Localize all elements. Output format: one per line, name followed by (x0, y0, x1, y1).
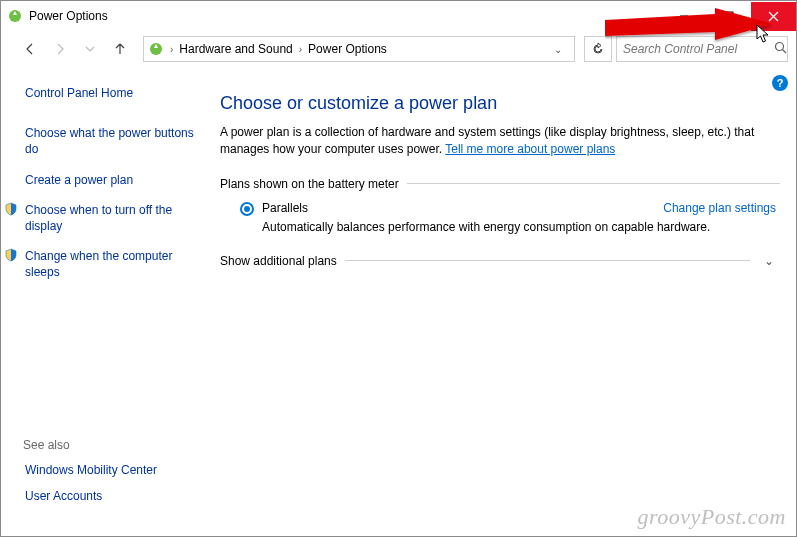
svg-rect-2 (725, 12, 733, 20)
search-input[interactable] (623, 42, 774, 56)
page-description: A power plan is a collection of hardware… (220, 124, 780, 159)
control-panel-window: Power Options (0, 0, 797, 537)
chevron-down-icon[interactable]: ⌄ (546, 44, 570, 55)
section-header-plans: Plans shown on the battery meter (220, 177, 780, 191)
sidebar-link-create-plan[interactable]: Create a power plan (23, 172, 200, 188)
sidebar-link-home[interactable]: Control Panel Home (23, 85, 200, 101)
power-plan-row: Parallels Change plan settings (220, 201, 780, 216)
maximize-button[interactable] (706, 2, 751, 31)
see-also-link-user-accounts[interactable]: User Accounts (23, 488, 200, 504)
shield-icon (3, 202, 19, 234)
watermark: groovyPost.com (637, 504, 786, 530)
sidebar-link-power-buttons[interactable]: Choose what the power buttons do (23, 125, 200, 157)
change-plan-settings-link[interactable]: Change plan settings (663, 201, 776, 215)
navigation-bar: › Hardware and Sound › Power Options ⌄ (1, 31, 796, 67)
up-button[interactable] (107, 36, 133, 62)
plan-description: Automatically balances performance with … (220, 220, 760, 234)
help-icon[interactable]: ? (772, 75, 788, 91)
chevron-right-icon[interactable]: › (297, 44, 304, 55)
sidebar-link-turn-off-display[interactable]: Choose when to turn off the display (23, 202, 200, 234)
close-button[interactable] (751, 2, 796, 31)
shield-icon (3, 248, 19, 280)
learn-more-link[interactable]: Tell me more about power plans (445, 142, 615, 156)
refresh-button[interactable] (584, 36, 612, 62)
back-button[interactable] (17, 36, 43, 62)
see-also-link-mobility[interactable]: Windows Mobility Center (23, 462, 200, 478)
sidebar-link-label: Choose when to turn off the display (25, 202, 200, 234)
see-also: See also Windows Mobility Center User Ac… (23, 438, 200, 526)
chevron-down-icon: ⌄ (758, 254, 780, 268)
chevron-right-icon[interactable]: › (168, 44, 175, 55)
sidebar: Control Panel Home Choose what the power… (1, 67, 208, 536)
search-box[interactable] (616, 36, 788, 62)
window-controls (661, 2, 796, 31)
sidebar-link-label: Control Panel Home (25, 85, 133, 101)
see-also-link-label: User Accounts (25, 488, 102, 504)
see-also-link-label: Windows Mobility Center (25, 462, 157, 478)
svg-line-7 (783, 50, 787, 54)
plan-radio[interactable] (240, 202, 254, 216)
svg-point-6 (776, 43, 784, 51)
sidebar-link-label: Create a power plan (25, 172, 133, 188)
app-icon (7, 8, 23, 24)
breadcrumb-item[interactable]: Hardware and Sound (175, 42, 296, 56)
breadcrumb-item[interactable]: Power Options (304, 42, 391, 56)
show-additional-plans[interactable]: Show additional plans ⌄ (220, 254, 780, 268)
page-title: Choose or customize a power plan (220, 93, 780, 114)
breadcrumb-icon (148, 41, 164, 57)
titlebar: Power Options (1, 1, 796, 31)
divider (407, 183, 780, 184)
minimize-button[interactable] (661, 2, 706, 31)
forward-button[interactable] (47, 36, 73, 62)
expand-label: Show additional plans (220, 254, 337, 268)
main-panel: ? Choose or customize a power plan A pow… (208, 67, 796, 536)
search-icon[interactable] (774, 41, 787, 57)
recent-dropdown[interactable] (77, 36, 103, 62)
address-bar[interactable]: › Hardware and Sound › Power Options ⌄ (143, 36, 575, 62)
sidebar-link-label: Choose what the power buttons do (25, 125, 200, 157)
plan-name[interactable]: Parallels (262, 201, 308, 215)
window-title: Power Options (29, 9, 108, 23)
see-also-label: See also (23, 438, 200, 452)
body: Control Panel Home Choose what the power… (1, 67, 796, 536)
divider (345, 260, 750, 261)
sidebar-link-computer-sleeps[interactable]: Change when the computer sleeps (23, 248, 200, 280)
section-label: Plans shown on the battery meter (220, 177, 399, 191)
sidebar-link-label: Change when the computer sleeps (25, 248, 200, 280)
